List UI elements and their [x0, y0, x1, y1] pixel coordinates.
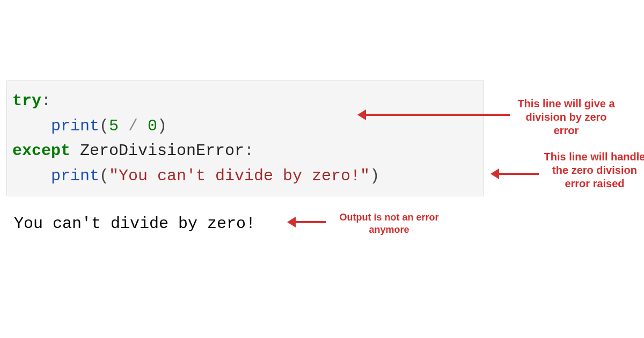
- paren-close: ): [370, 167, 379, 185]
- paren-open: (: [99, 117, 109, 135]
- output-text: You can't divide by zero!: [14, 212, 255, 236]
- colon: :: [41, 92, 51, 110]
- function-print: print: [51, 117, 99, 135]
- paren-open: (: [99, 167, 109, 185]
- code-block: try: print(5 / 0) except ZeroDivisionErr…: [6, 80, 484, 196]
- arrow-icon: [365, 114, 510, 116]
- exception-class: ZeroDivisionError: [80, 142, 244, 160]
- colon: :: [244, 142, 254, 160]
- keyword-try: try: [12, 92, 41, 110]
- annotation-handle-error: This line will handle the zero division …: [544, 150, 644, 190]
- paren-close: ): [157, 117, 167, 135]
- annotation-output: Output is not an error anymore: [330, 211, 448, 236]
- function-print: print: [51, 167, 99, 185]
- operator-divide: /: [119, 117, 148, 135]
- literal-5: 5: [109, 117, 119, 135]
- keyword-except: except: [12, 142, 70, 160]
- arrow-icon: [295, 221, 326, 223]
- space: [70, 142, 80, 160]
- arrow-icon: [498, 173, 539, 175]
- literal-0: 0: [148, 117, 157, 135]
- annotation-division-error: This line will give a division by zero e…: [515, 97, 617, 137]
- string-literal: "You can't divide by zero!": [109, 167, 370, 185]
